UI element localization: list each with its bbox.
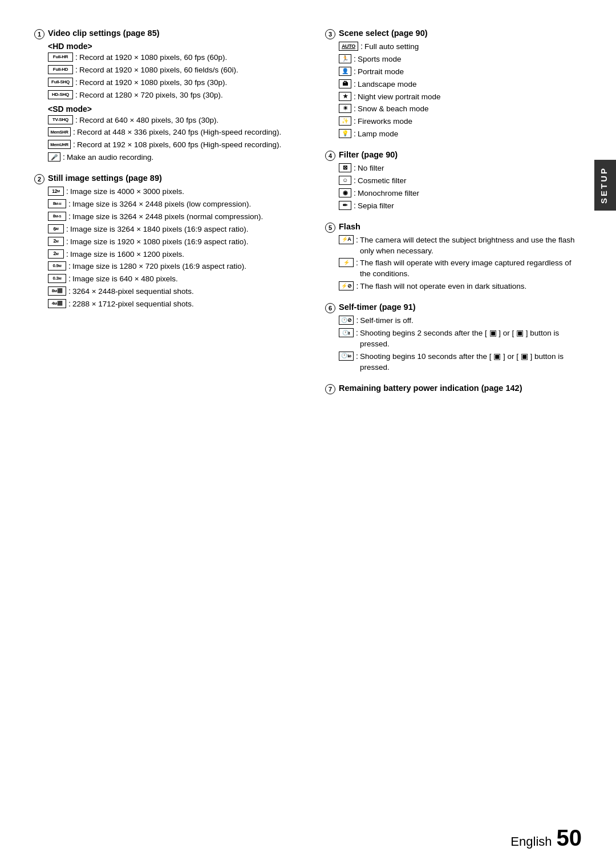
filter-items: ⊠ : No filter ☺ : Cosmetic filter ◉ :: [339, 163, 582, 212]
circle-num-1: 1: [34, 29, 44, 39]
badge-full-hr: Full-HR: [48, 53, 73, 62]
item-text: Record at 1920 × 1080 pixels, 30 fps (30…: [79, 78, 227, 88]
badge-timer-10: 🕐₁₀: [339, 352, 354, 361]
list-item: 🕐⊘ : Self-timer is off.: [339, 316, 582, 326]
list-item: MemSHR : Record at 448 × 336 pixels, 240…: [48, 127, 308, 138]
badge-memuhr: MemUHR: [48, 140, 71, 149]
section6-header: 6 Self-timer (page 91): [325, 302, 582, 313]
badge-mono-filter: ◉: [339, 188, 351, 197]
badge-cosmetic-filter: ☺: [339, 176, 351, 185]
item-text: Record at 1920 × 1080 pixels, 60 fps (60…: [79, 53, 227, 63]
item-text: Shooting begins 10 seconds after the [ ▣…: [360, 352, 582, 373]
list-item: HD-SHQ : Record at 1280 × 720 pixels, 30…: [48, 90, 308, 101]
list-item: 12M : Image size is 4000 × 3000 pixels.: [48, 187, 308, 197]
badge-night: ★: [339, 92, 351, 101]
badge-hd-shq: HD-SHQ: [48, 90, 73, 99]
section-self-timer: 6 Self-timer (page 91) 🕐⊘ : Self-timer i…: [325, 302, 582, 373]
item-text: Shooting begins 2 seconds after the [ ▣ …: [360, 328, 582, 350]
section3-title: Scene select (page 90): [339, 29, 428, 38]
section5-header: 5 Flash: [325, 222, 582, 233]
item-text: Monochrome filter: [358, 188, 419, 199]
section2-header: 2 Still image settings (page 89): [34, 173, 308, 184]
footer: English 50: [510, 825, 582, 851]
item-text: Sepia filter: [358, 201, 394, 212]
list-item: 💡 : Lamp mode: [339, 129, 582, 140]
setup-tab: SETUP: [594, 160, 616, 211]
badge-8m-seq: 8M⬛: [48, 286, 66, 296]
badge-2m: 2M: [48, 249, 64, 259]
badge-landscape: 🏔: [339, 79, 351, 88]
item-text: Image size is 1280 × 720 pixels (16:9 as…: [72, 261, 246, 272]
list-item: 8M-S : Image size is 3264 × 2448 pixels …: [48, 212, 308, 223]
section-battery: 7 Remaining battery power indication (pa…: [325, 383, 582, 394]
badge-8mh: 8M-H: [48, 199, 66, 208]
list-item: ☺ : Cosmetic filter: [339, 176, 582, 187]
item-text: Image size is 4000 × 3000 pixels.: [70, 187, 184, 197]
badge-lamp: 💡: [339, 129, 351, 138]
section-flash: 5 Flash ⚡A : The camera will detect the …: [325, 222, 582, 292]
item-text: Self-timer is off.: [360, 316, 414, 326]
item-text: Full auto setting: [364, 42, 419, 53]
item-text: Portrait mode: [358, 67, 404, 78]
section-still-image: 2 Still image settings (page 89) 12M : I…: [34, 173, 308, 310]
section-filter: 4 Filter (page 90) ⊠ : No filter ☺ : Cos…: [325, 150, 582, 212]
list-item: ☀ : Snow & beach mode: [339, 104, 582, 115]
section1-header: 1 Video clip settings (page 85): [34, 29, 308, 39]
footer-page-number: 50: [557, 825, 582, 851]
section6-title: Self-timer (page 91): [339, 302, 416, 312]
list-item: ✏ : Sepia filter: [339, 201, 582, 212]
item-text: 3264 × 2448-pixel sequential shots.: [72, 286, 194, 297]
left-column: 1 Video clip settings (page 85) <HD mode…: [34, 29, 308, 405]
badge-fireworks: ✨: [339, 116, 351, 126]
list-item: ⊠ : No filter: [339, 163, 582, 174]
badge-sports: 🏃: [339, 54, 351, 63]
badge-6m: 6M: [48, 224, 64, 233]
item-text: Image size is 640 × 480 pixels.: [72, 274, 178, 285]
list-item: ⚡A : The camera will detect the subject …: [339, 235, 582, 257]
item-text: Record at 1280 × 720 pixels, 30 fps (30p…: [79, 90, 223, 101]
badge-tv-shq: TV-SHQ: [48, 115, 73, 124]
self-timer-items: 🕐⊘ : Self-timer is off. 🕐₂ : Shooting be…: [339, 316, 582, 373]
item-text: Image size is 1920 × 1080 pixels (16:9 a…: [70, 237, 249, 248]
list-item: ✨ : Fireworks mode: [339, 116, 582, 127]
item-text: Image size is 1600 × 1200 pixels.: [70, 249, 184, 260]
section-scene-select: 3 Scene select (page 90) AUTO : Full aut…: [325, 29, 582, 140]
sd-mode-header: <SD mode>: [48, 104, 308, 114]
circle-num-4: 4: [325, 151, 335, 161]
section3-header: 3 Scene select (page 90): [325, 29, 582, 39]
badge-2m-wide: 2M: [48, 237, 64, 246]
section-video-clip: 1 Video clip settings (page 85) <HD mode…: [34, 29, 308, 163]
badge-12m: 12M: [48, 187, 64, 196]
circle-num-7: 7: [325, 384, 335, 394]
badge-timer-off: 🕐⊘: [339, 316, 354, 325]
section7-title: Remaining battery power indication (page…: [339, 383, 522, 393]
content-area: 1 Video clip settings (page 85) <HD mode…: [34, 29, 582, 405]
list-item: 🎤 : Make an audio recording.: [48, 152, 308, 163]
item-text: Sports mode: [358, 54, 402, 65]
item-text: Make an audio recording.: [67, 152, 153, 163]
item-text: Record at 640 × 480 pixels, 30 fps (30p)…: [79, 115, 218, 126]
item-text: Image size is 3264 × 1840 pixels (16:9 a…: [70, 224, 249, 235]
section1-title: Video clip settings (page 85): [48, 29, 160, 38]
list-item: Full-HR : Record at 1920 × 1080 pixels, …: [48, 53, 308, 63]
badge-no-filter: ⊠: [339, 163, 351, 172]
hd-mode-header: <HD mode>: [48, 42, 308, 51]
badge-03m: 0.3M: [48, 274, 66, 283]
list-item: ◉ : Monochrome filter: [339, 188, 582, 199]
section2-title: Still image settings (page 89): [48, 173, 162, 183]
footer-language: English: [510, 834, 552, 849]
list-item: 0.3M : Image size is 640 × 480 pixels.: [48, 274, 308, 285]
list-item: 6M : Image size is 3264 × 1840 pixels (1…: [48, 224, 308, 235]
section5-title: Flash: [339, 222, 360, 231]
badge-memshr: MemSHR: [48, 127, 71, 136]
list-item: 🏔 : Landscape mode: [339, 79, 582, 90]
list-item: 🏃 : Sports mode: [339, 54, 582, 65]
list-item: 0.9M : Image size is 1280 × 720 pixels (…: [48, 261, 308, 272]
item-text: Night view portrait mode: [358, 92, 441, 103]
item-text: Record at 192 × 108 pixels, 600 fps (Hig…: [77, 140, 281, 151]
badge-full-hd: Full-HD: [48, 65, 73, 74]
badge-portrait: 👤: [339, 67, 351, 76]
list-item: 8M⬛ : 3264 × 2448-pixel sequential shots…: [48, 286, 308, 297]
badge-4m-seq: 4M⬛: [48, 299, 66, 308]
section4-title: Filter (page 90): [339, 150, 398, 159]
